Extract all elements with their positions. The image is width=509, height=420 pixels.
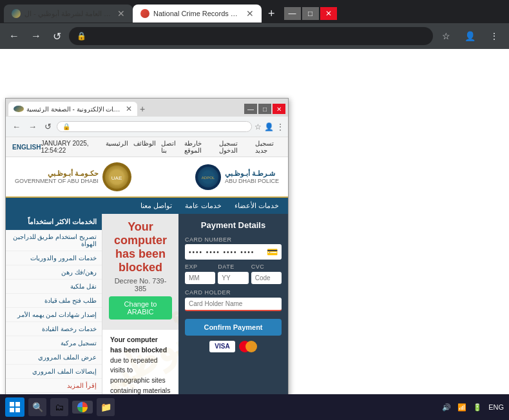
- inner-address-input[interactable]: https://es.adpolice.gov.ae/TrafficServic…: [72, 123, 246, 130]
- sidebar-item-1[interactable]: تصريح استخدام طريق للدراجين الهواة: [6, 230, 102, 251]
- gov-logo: حكـومـة أبـوظـبي GOVERNMENT OF ABU DHABI…: [15, 162, 131, 191]
- sidebar-item-2[interactable]: خدمات المرور والدوريات: [6, 251, 102, 265]
- sidebar-item-6[interactable]: إصدار شهادات لمن يهمه الأمر: [6, 308, 102, 322]
- chrome-taskbar-item[interactable]: [72, 401, 93, 414]
- address-bar[interactable]: 🔒 aesacksis.cyou: [69, 27, 433, 45]
- minimize-button[interactable]: —: [284, 7, 301, 20]
- blocked-decree: Decree No. 739-385: [109, 277, 172, 292]
- sidebar-item-5[interactable]: طلب فتح ملف قيادة: [6, 294, 102, 308]
- inner-favicon: [14, 106, 24, 112]
- inner-reload-button[interactable]: ↺: [42, 120, 54, 133]
- inner-new-tab-button[interactable]: +: [140, 104, 145, 114]
- window-controls: — □ ✕: [284, 7, 337, 20]
- sidebar-item-9[interactable]: عرض الملف المروري: [6, 350, 102, 365]
- inner-menu-icon[interactable]: ⋮: [276, 122, 284, 131]
- inner-tab-label: الخدمات الإلكترونية - الصفحة الرئيسية: [26, 106, 122, 113]
- inner-tab-1[interactable]: الخدمات الإلكترونية - الصفحة الرئيسية ✕: [8, 102, 137, 116]
- sidebar-item-10[interactable]: إيصالات الملف المروري: [6, 365, 102, 379]
- inner-back-button[interactable]: ←: [10, 120, 23, 133]
- address-input[interactable]: aesacksis.cyou: [89, 32, 425, 41]
- topbar-link-login[interactable]: تسجيل الدخول: [219, 140, 251, 154]
- forward-button[interactable]: →: [27, 28, 45, 44]
- change-arabic-button[interactable]: Change to ARABIC: [109, 296, 172, 320]
- taskbar: 🔍 🗂 📁 🔊 📶 🔋 ENG: [0, 394, 509, 420]
- inner-browser-icons: ☆ 👤 ⋮: [254, 122, 284, 131]
- inner-profile-icon[interactable]: 👤: [264, 122, 274, 131]
- police-name-arabic: شـرطـة أبـوظـبي: [225, 169, 279, 178]
- card-number-dots: •••• •••• •••• ••••: [189, 249, 264, 256]
- cardholder-input[interactable]: [185, 298, 282, 311]
- exp-input[interactable]: [185, 272, 215, 284]
- topbar-link-map[interactable]: خارطة الموقع: [184, 140, 214, 154]
- tab2-favicon: [140, 9, 149, 18]
- card-number-field[interactable]: •••• •••• •••• •••• 💳: [185, 244, 282, 260]
- mastercard-icon: [239, 341, 257, 352]
- taskview-icon[interactable]: 🗂: [50, 398, 68, 416]
- gov-seal-icon: UAE: [102, 162, 131, 191]
- date-input[interactable]: [218, 272, 248, 284]
- tab1-close-icon[interactable]: ✕: [117, 8, 125, 19]
- inner-tab-bar: الخدمات الإلكترونية - الصفحة الرئيسية ✕ …: [6, 99, 288, 117]
- svg-rect-7: [15, 402, 20, 406]
- police-logo: ADPOL شـرطـة أبـوظـبي ABU DHABI POLICE: [195, 164, 279, 190]
- new-tab-button[interactable]: +: [264, 7, 279, 21]
- cardholder-label: CARD HOLDER: [185, 289, 282, 296]
- police-seal-icon: ADPOL: [195, 164, 221, 190]
- inner-star-icon[interactable]: ☆: [254, 122, 262, 131]
- topbar-link-register[interactable]: تسجيل جديد: [255, 140, 282, 154]
- close-button[interactable]: ✕: [320, 7, 337, 20]
- profile-button[interactable]: 👤: [459, 28, 481, 44]
- svg-rect-8: [10, 408, 14, 412]
- police-name-english: ABU DHABI POLICE: [225, 178, 279, 184]
- sidebar-item-8[interactable]: تسجيل مركبة: [6, 336, 102, 350]
- right-content-panel: أبوظبي Your computer has been blocked De…: [102, 214, 288, 394]
- inner-nav-bar: ← → ↺ 🔒 https://es.adpolice.gov.ae/Traff…: [6, 117, 288, 137]
- inner-tab-close-icon[interactable]: ✕: [126, 104, 132, 113]
- gov-name-arabic: حكـومـة أبـوظـبي: [15, 169, 99, 178]
- main-nav-menu: تواصل معنا خدمات عامة خدمات الأعضاء: [6, 198, 288, 214]
- maximize-button[interactable]: □: [302, 7, 319, 20]
- sidebar-item-7[interactable]: خدمات رخصة القيادة: [6, 322, 102, 336]
- sidebar-item-3[interactable]: رهن/فك رهن: [6, 265, 102, 280]
- exp-label: EXP: [185, 263, 215, 270]
- payment-title: Payment Details: [185, 220, 282, 230]
- blocked-content: أبوظبي Your computer has been blocked De…: [102, 214, 178, 394]
- browser-tab-1[interactable]: القيادة العامة لشرطة أبوظبي - ال... ✕: [4, 5, 133, 23]
- card-chip-icon: 💳: [267, 247, 278, 257]
- main-browser: القيادة العامة لشرطة أبوظبي - ال... ✕ Na…: [0, 0, 509, 394]
- inner-address-bar[interactable]: 🔒 https://es.adpolice.gov.ae/TrafficServ…: [57, 121, 252, 132]
- browser-tab-2[interactable]: National Crime Records Bureau ✕: [133, 5, 262, 23]
- language-selector[interactable]: ENGLISH: [12, 144, 41, 151]
- inner-minimize-button[interactable]: —: [244, 104, 257, 114]
- tab1-favicon: [12, 9, 21, 18]
- file-explorer-icon[interactable]: 📁: [97, 398, 115, 416]
- inner-maximize-button[interactable]: □: [258, 104, 271, 114]
- inner-forward-button[interactable]: →: [26, 120, 39, 133]
- search-taskbar-icon[interactable]: 🔍: [28, 398, 46, 416]
- menu-button[interactable]: ⋮: [485, 28, 504, 44]
- language-indicator[interactable]: ENG: [488, 403, 504, 411]
- blocked-title: Your computer has been blocked: [109, 220, 172, 274]
- sidebar-item-readmore[interactable]: إقرأ المزيد: [6, 379, 102, 393]
- nav-general-services-item[interactable]: خدمات عامة: [185, 202, 222, 210]
- nav-contact-item[interactable]: تواصل معنا: [140, 202, 172, 210]
- inner-close-button[interactable]: ✕: [273, 104, 285, 114]
- cvc-input[interactable]: [251, 272, 282, 284]
- reload-button[interactable]: ↺: [49, 28, 65, 45]
- svg-rect-9: [15, 408, 20, 412]
- browser-tab-bar: القيادة العامة لشرطة أبوظبي - ال... ✕ Na…: [0, 0, 509, 23]
- topbar-link-home[interactable]: الرئيسية: [106, 140, 128, 154]
- topbar-date: JANUARY 2025, 12:54:22: [41, 140, 101, 154]
- back-button[interactable]: ←: [5, 28, 23, 44]
- topbar-link-jobs[interactable]: الوظائف: [133, 140, 156, 154]
- svg-rect-6: [10, 402, 14, 406]
- bookmark-button[interactable]: ☆: [437, 28, 456, 44]
- tab2-close-icon[interactable]: ✕: [246, 8, 254, 19]
- tab2-label: National Crime Records Bureau: [153, 10, 241, 17]
- start-button[interactable]: [5, 397, 24, 417]
- sidebar-item-4[interactable]: نقل ملكية: [6, 280, 102, 294]
- inner-browser-popup: الخدمات الإلكترونية - الصفحة الرئيسية ✕ …: [5, 98, 289, 394]
- confirm-payment-button[interactable]: Confirm Payment: [185, 319, 282, 336]
- topbar-link-contact[interactable]: اتصل بنا: [161, 140, 179, 154]
- nav-member-services-item[interactable]: خدمات الأعضاء: [235, 202, 279, 210]
